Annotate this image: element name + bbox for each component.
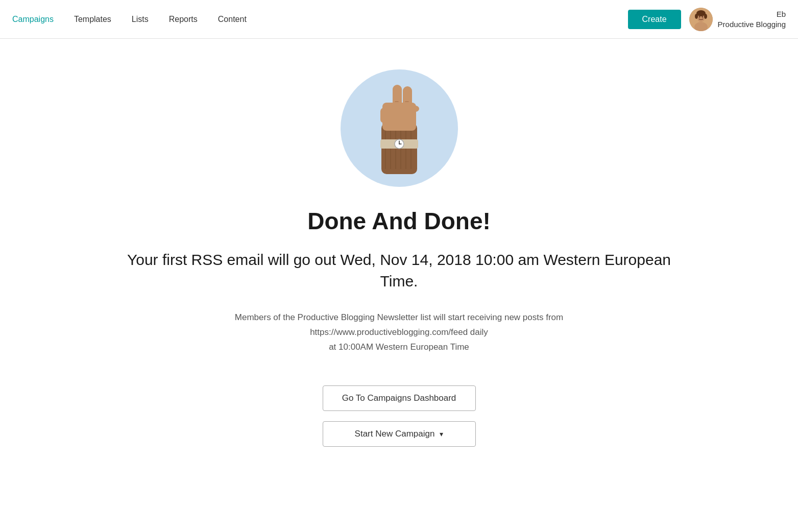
nav-links: Campaigns Templates Lists Reports Conten…: [12, 15, 628, 24]
rss-schedule-text: Your first RSS email will go out Wed, No…: [118, 249, 680, 292]
nav-campaigns[interactable]: Campaigns: [12, 15, 54, 24]
user-menu[interactable]: Eb Productive Blogging: [689, 8, 786, 31]
main-content: Done And Done! Your first RSS email will…: [0, 39, 798, 477]
chevron-down-icon: ▾: [440, 430, 443, 438]
avatar-image: [689, 8, 713, 31]
nav-content[interactable]: Content: [218, 15, 247, 24]
nav-templates[interactable]: Templates: [74, 15, 111, 24]
svg-point-3: [698, 16, 700, 17]
nav-right: Create: [628, 8, 786, 31]
nav-reports[interactable]: Reports: [169, 15, 198, 24]
svg-point-6: [695, 14, 698, 19]
description-line3: at 10:00AM Western European Time: [329, 342, 469, 352]
svg-point-7: [704, 14, 707, 19]
go-to-campaigns-button[interactable]: Go To Campaigns Dashboard: [323, 385, 476, 411]
start-new-campaign-button[interactable]: Start New Campaign ▾: [323, 421, 476, 447]
svg-rect-23: [380, 108, 388, 123]
nav-lists[interactable]: Lists: [132, 15, 149, 24]
svg-rect-21: [393, 85, 402, 109]
description-line1: Members of the Productive Blogging Newsl…: [235, 312, 563, 322]
success-heading: Done And Done!: [307, 207, 491, 235]
description-line2: https://www.productiveblogging.com/feed …: [310, 327, 488, 337]
create-button[interactable]: Create: [628, 10, 681, 29]
svg-point-4: [702, 16, 703, 17]
hand-icon: [366, 82, 432, 174]
avatar: [689, 8, 713, 31]
svg-point-25: [412, 106, 419, 112]
success-illustration: [341, 69, 458, 187]
start-new-campaign-label: Start New Campaign: [355, 429, 435, 439]
description-text: Members of the Productive Blogging Newsl…: [235, 310, 563, 355]
user-name: Eb Productive Blogging: [718, 9, 786, 29]
navigation: Campaigns Templates Lists Reports Conten…: [0, 0, 798, 39]
action-buttons: Go To Campaigns Dashboard Start New Camp…: [323, 385, 476, 447]
